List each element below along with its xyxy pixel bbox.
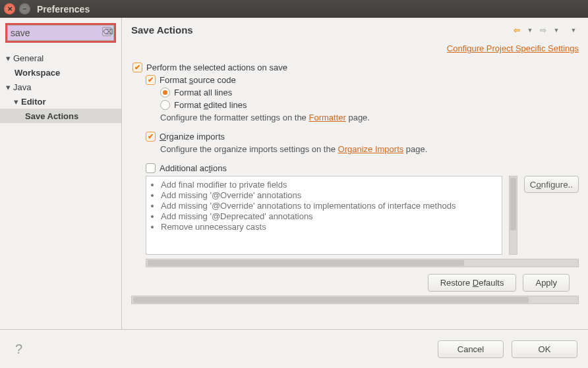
page-body: Configure Project Specific Settings ✔ Pe… xyxy=(122,41,588,329)
list-item: Add missing '@Override' annotations to i… xyxy=(161,201,498,211)
format-edited-label: Format edited lines xyxy=(174,100,247,110)
organize-imports-row: ✔ Organize imports xyxy=(146,132,579,142)
page-header: Save Actions ⇦ ▼ ⇨ ▼ ▼ xyxy=(122,18,588,41)
tree-item-editor[interactable]: ▾ Editor xyxy=(0,94,121,109)
back-history-icon[interactable]: ▼ xyxy=(525,25,535,36)
dialog-content: ⌫ ▾ General Workspace ▾ Java ▾ Editor xyxy=(0,18,588,368)
organize-hint: Configure the organize imports settings … xyxy=(160,144,579,154)
page-nav: ⇦ ▼ ⇨ ▼ ▼ xyxy=(512,25,579,36)
help-icon[interactable]: ? xyxy=(11,341,27,357)
filter-input[interactable] xyxy=(7,25,114,41)
chevron-down-icon: ▾ xyxy=(12,97,20,107)
additional-actions-row: Additional actions xyxy=(146,163,579,173)
format-source-label: Format source code xyxy=(160,75,236,85)
format-edited-row: Format edited lines xyxy=(160,100,579,110)
configure-additional-button[interactable]: Configure.. xyxy=(524,176,579,193)
organize-imports-label: Organize imports xyxy=(160,132,225,142)
window-title: Preferences xyxy=(37,4,90,14)
clear-filter-icon[interactable]: ⌫ xyxy=(102,27,111,36)
list-item: Add final modifier to private fields xyxy=(161,180,498,190)
additional-actions-label: Additional actions xyxy=(160,163,227,173)
list-item: Add missing '@Override' annotations xyxy=(161,190,498,200)
dialog-button-bar: ? Cancel OK xyxy=(0,330,588,368)
close-icon[interactable]: ✕ xyxy=(4,3,15,14)
format-edited-radio[interactable] xyxy=(160,100,170,110)
format-all-label: Format all lines xyxy=(174,88,232,97)
apply-button[interactable]: Apply xyxy=(523,274,570,292)
restore-defaults-button[interactable]: Restore Defaults xyxy=(428,274,517,292)
tree-item-java[interactable]: ▾ Java xyxy=(0,80,121,94)
organize-imports-link[interactable]: Organize Imports xyxy=(338,144,404,154)
project-settings-row: Configure Project Specific Settings xyxy=(131,41,579,60)
cancel-button[interactable]: Cancel xyxy=(438,340,504,358)
perform-on-save-checkbox[interactable]: ✔ xyxy=(132,63,142,72)
tree-item-save-actions[interactable]: Save Actions xyxy=(0,109,121,123)
minimize-icon[interactable]: – xyxy=(19,3,30,14)
preferences-tree[interactable]: ▾ General Workspace ▾ Java ▾ Editor Save… xyxy=(0,48,121,329)
additional-actions-box: Add final modifier to private fields Add… xyxy=(146,176,579,255)
tree-item-workspace[interactable]: Workspace xyxy=(0,65,121,80)
window-titlebar: ✕ – Preferences xyxy=(0,0,588,18)
chevron-down-icon: ▾ xyxy=(4,82,12,92)
actions-horizontal-scrollbar[interactable] xyxy=(146,259,579,267)
ok-button[interactable]: OK xyxy=(512,340,577,358)
organize-imports-checkbox[interactable]: ✔ xyxy=(146,132,156,142)
preferences-sidebar: ⌫ ▾ General Workspace ▾ Java ▾ Editor xyxy=(0,18,122,329)
page-title: Save Actions xyxy=(131,24,512,36)
forward-icon[interactable]: ⇨ xyxy=(538,25,548,36)
list-item: Add missing '@Deprecated' annotations xyxy=(161,211,498,221)
page-horizontal-scrollbar[interactable] xyxy=(131,296,579,304)
page-menu-icon[interactable]: ▼ xyxy=(568,25,579,36)
format-source-row: ✔ Format source code xyxy=(146,75,579,85)
formatter-link[interactable]: Formatter xyxy=(309,113,345,122)
back-icon[interactable]: ⇦ xyxy=(512,25,522,36)
perform-on-save-row: ✔ Perform the selected actions on save xyxy=(132,63,579,72)
actions-vertical-scrollbar[interactable] xyxy=(509,176,517,255)
chevron-down-icon: ▾ xyxy=(4,53,12,63)
format-source-checkbox[interactable]: ✔ xyxy=(146,75,156,85)
configure-project-specific-link[interactable]: Configure Project Specific Settings xyxy=(447,43,579,53)
main-split: ⌫ ▾ General Workspace ▾ Java ▾ Editor xyxy=(0,18,588,330)
perform-on-save-label: Perform the selected actions on save xyxy=(146,63,287,72)
tree-item-general[interactable]: ▾ General xyxy=(0,51,121,65)
formatter-hint: Configure the formatter settings on the … xyxy=(160,113,579,122)
format-all-row: Format all lines xyxy=(160,88,579,97)
forward-history-icon[interactable]: ▼ xyxy=(551,25,562,36)
page-button-row: Restore Defaults Apply xyxy=(131,274,570,292)
preference-page: Save Actions ⇦ ▼ ⇨ ▼ ▼ Configure Project… xyxy=(122,18,588,329)
additional-actions-checkbox[interactable] xyxy=(146,163,156,173)
additional-actions-list: Add final modifier to private fields Add… xyxy=(146,176,502,255)
list-item: Remove unnecessary casts xyxy=(161,222,498,232)
format-all-radio[interactable] xyxy=(160,88,170,97)
filter-field-highlight: ⌫ xyxy=(5,23,116,43)
